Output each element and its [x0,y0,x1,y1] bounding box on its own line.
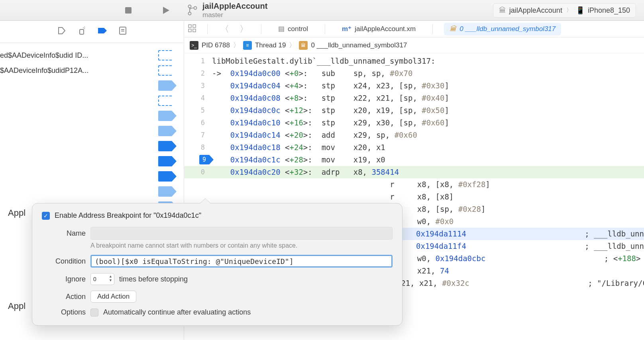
line-number: 8 [184,141,212,154]
code-line[interactable]: 3 0x194da0c04 <+4>: stp x24, x23, [sp, #… [184,80,644,92]
stop-button[interactable] [122,4,135,17]
chevron-right-icon: 〉 [233,41,240,50]
crumb-pid[interactable]: PID 6788 [202,41,230,49]
ignore-value: 0 [93,276,96,282]
breakpoint-editor-popover: ✓ Enable Address Breakpoint for "0x194da… [32,203,402,326]
breakpoint-indicator-icon[interactable] [158,171,176,182]
svg-point-7 [84,27,85,27]
line-number: 0 [184,166,212,178]
scheme-icon: 🏛 [499,6,506,15]
ignore-suffix: times before stopping [119,275,188,283]
breakpoint-row[interactable] [0,154,184,169]
breakpoint-indicator-icon[interactable] [158,126,176,136]
tab-bar: 〈 〉 ▤ control m⁺ jailAppleAccount.xm 🏛 0… [184,21,644,37]
breakpoint-row[interactable] [0,123,184,139]
tab-xm-file[interactable]: m⁺ jailAppleAccount.xm [336,22,421,35]
svg-point-2 [188,5,191,8]
breakpoint-indicator-icon[interactable] [158,186,176,197]
code-line[interactable]: 7 0x194da0c14 <+20>: add x29, sp, #0x60 [184,129,644,141]
process-icon: >_ [190,41,198,50]
breakpoint-indicator-icon[interactable] [158,80,176,91]
condition-label: Condition [42,257,86,266]
code-line[interactable]: 1libMobileGestalt.dylib`___lldb_unnamed_… [184,55,644,67]
breakpoint-row[interactable] [0,108,184,123]
line-number: 6 [184,117,212,129]
auto-continue-checkbox[interactable] [90,309,98,317]
breakpoint-row[interactable] [0,93,184,108]
scheme-selector[interactable]: 🏛 jailAppleAccount 〉 📱 iPhone8_150 [493,3,636,18]
code-content: 0x194da0c0c <+12>: stp x20, x19, [sp, #0… [212,104,644,117]
breakpoint-row[interactable]: ed$AADeviceInfo$udid ID... [0,48,184,63]
name-label: Name [42,229,86,238]
tab-control[interactable]: ▤ control [273,22,314,35]
enable-checkbox[interactable]: ✓ [42,212,50,220]
code-line[interactable]: 0 0x194da0c20 <+32>: adrp x8, 358414 [184,166,644,178]
run-button[interactable] [159,4,173,17]
breakpoint-indicator-icon[interactable] [158,141,176,151]
breakpoint-row[interactable] [0,184,184,199]
add-action-button[interactable]: Add Action [90,291,136,303]
crumb-thread[interactable]: Thread 19 [255,41,286,49]
section-label-a: Appl [8,208,26,218]
nav-forward-button[interactable]: 〉 [238,23,250,35]
breakpoint-row[interactable]: $AADeviceInfo$udidP12A... [0,63,184,78]
line-number: 3 [184,80,212,92]
code-line[interactable]: 9 0x194da0c1c <+28>: mov x19, x0 [184,154,644,166]
code-content: r x8, [x8] [212,191,644,203]
chevron-right-icon: 〉 [289,41,296,50]
chevron-right-icon: 〉 [566,7,572,14]
breakpoint-row[interactable] [0,78,184,93]
project-title: jailAppleAccount [202,2,267,11]
code-line[interactable]: 5 0x194da0c0c <+12>: stp x20, x19, [sp, … [184,104,644,117]
symbol-icon: 🏛 [450,25,456,33]
code-content: libMobileGestalt.dylib`___lldb_unnamed_s… [212,55,644,67]
svg-point-3 [188,12,191,15]
breakpoint-indicator-icon[interactable] [158,111,176,121]
stepper-arrows-icon[interactable]: ▲▼ [109,274,112,282]
tab-active-symbol[interactable]: 🏛 0 ___lldb_unnamed_symbol317 [444,23,561,35]
breakpoint-marker-icon[interactable]: 9 [199,155,209,164]
code-line[interactable]: r x8, [x8, #0xf28] [184,178,644,191]
breakpoint-indicator-icon[interactable] [158,96,176,106]
related-items-icon[interactable] [188,24,196,33]
nav-spray-icon[interactable] [77,26,86,37]
enable-label: Enable Address Breakpoint for "0x194da0c… [55,211,201,220]
svg-rect-14 [188,29,191,32]
svg-marker-1 [163,7,169,14]
code-line[interactable]: 4 0x194da0c08 <+8>: stp x22, x21, [sp, #… [184,92,644,104]
file-icon: m⁺ [342,25,351,33]
name-input[interactable] [90,227,393,240]
svg-rect-5 [80,29,84,34]
line-number: 1 [184,55,212,67]
code-line[interactable]: 8 0x194da0c18 <+24>: mov x20, x1 [184,141,644,154]
options-label: Options [42,308,86,317]
breakpoint-row[interactable] [0,169,184,184]
frame-icon: 🏛 [299,41,308,50]
code-line[interactable]: r x8, [x8] [184,191,644,203]
tab-label: jailAppleAccount.xm [355,25,416,33]
crumb-symbol[interactable]: 0 ___lldb_unnamed_symbol317 [311,41,407,49]
code-line[interactable]: 6 0x194da0c10 <+16>: stp x29, x30, [sp, … [184,117,644,129]
line-number: 5 [184,104,212,117]
svg-point-8 [84,28,85,29]
breakpoint-indicator-icon[interactable] [158,50,176,61]
breakpoint-indicator-icon[interactable] [158,156,176,166]
breakpoint-label: ed$AADeviceInfo$udid ID... [0,51,155,60]
jump-bar[interactable]: >_ PID 6788 〉 ≡ Thread 19 〉 🏛 0 ___lldb_… [184,37,644,53]
device-icon: 📱 [576,6,585,15]
ignore-stepper[interactable]: 0 ▲▼ [90,273,114,285]
nav-report-icon[interactable] [119,26,127,37]
breakpoint-indicator-icon[interactable] [158,65,176,76]
breakpoint-row[interactable] [0,139,184,154]
navigator-selector [0,21,184,43]
nav-tag-icon[interactable] [57,26,66,37]
action-label: Action [42,293,86,301]
condition-input[interactable] [90,255,393,268]
file-icon: ▤ [278,25,285,33]
line-number: 7 [184,129,212,141]
code-line[interactable]: 2-> 0x194da0c00 <+0>: sub sp, sp, #0x70 [184,67,644,80]
nav-breakpoint-icon[interactable] [97,27,108,36]
project-branch[interactable]: master [202,11,267,19]
nav-back-button[interactable]: 〈 [219,23,231,35]
scheme-name: jailAppleAccount [509,6,562,15]
